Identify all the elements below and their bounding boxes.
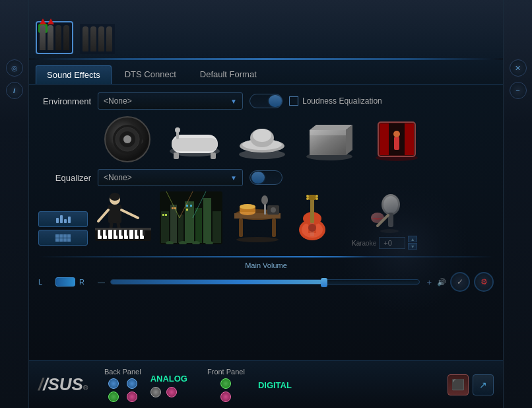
sidebar-info-btn[interactable]: i xyxy=(6,82,23,99)
svg-marker-22 xyxy=(310,125,352,130)
environment-dropdown[interactable]: <None> ▼ xyxy=(98,92,243,110)
eq-icon-piano-person[interactable] xyxy=(93,191,152,244)
svg-point-87 xyxy=(261,195,268,205)
guitar-bars-icon xyxy=(55,214,72,224)
pin-col-7 xyxy=(98,26,104,51)
svg-rect-81 xyxy=(239,219,243,237)
environment-row: Environment <None> ▼ Loudness Equalizati… xyxy=(38,92,494,110)
dropdown-arrow-icon: ▼ xyxy=(230,98,237,105)
environment-toggle[interactable] xyxy=(249,94,283,108)
settings-vol-btn[interactable]: ⚙ xyxy=(474,272,494,292)
connector-pin-7 xyxy=(98,26,104,51)
svg-rect-71 xyxy=(186,209,188,211)
eq-icon-concert[interactable] xyxy=(158,191,224,244)
analog-dots xyxy=(150,387,187,397)
eq-grid-btn[interactable] xyxy=(38,230,88,246)
front-panel-dot-green[interactable] xyxy=(220,378,231,389)
front-panel-dot-2 xyxy=(220,391,231,402)
svg-rect-21 xyxy=(310,130,346,135)
svg-rect-55 xyxy=(137,230,140,236)
bottom-bar: //SUS® Back Panel ANALOG xyxy=(29,360,503,408)
front-panel-dot-pink[interactable] xyxy=(220,391,231,402)
svg-rect-43 xyxy=(108,230,112,239)
svg-rect-96 xyxy=(308,195,316,200)
svg-rect-65 xyxy=(162,214,164,216)
svg-point-100 xyxy=(308,224,316,232)
environment-value: <None> xyxy=(104,96,132,106)
vinyl-svg xyxy=(111,123,144,156)
svg-rect-27 xyxy=(380,123,389,155)
env-icon-box[interactable] xyxy=(300,116,359,162)
env-icon-vinyl[interactable] xyxy=(98,116,157,162)
svg-point-101 xyxy=(306,195,309,197)
sidebar-minimize-btn[interactable]: − xyxy=(510,82,527,99)
svg-point-31 xyxy=(393,131,400,137)
logo-tm: ® xyxy=(83,384,88,391)
back-panel-section: Back Panel xyxy=(104,368,141,402)
guitar-svg xyxy=(292,193,345,243)
svg-rect-56 xyxy=(143,230,145,236)
toggle-thumb xyxy=(269,95,282,107)
tab-sound-effects[interactable]: Sound Effects xyxy=(36,65,112,84)
bathtub-svg xyxy=(168,118,221,161)
pin-col-6 xyxy=(90,26,96,51)
svg-point-103 xyxy=(306,197,309,200)
back-panel-dot-pink[interactable] xyxy=(127,391,137,402)
svg-rect-47 xyxy=(129,230,133,239)
svg-point-12 xyxy=(175,127,180,133)
svg-rect-8 xyxy=(172,138,218,151)
right-channel-label: R xyxy=(79,278,92,286)
connector-block-active[interactable]: ✓ xyxy=(36,21,73,54)
svg-point-33 xyxy=(110,193,120,201)
analog-dot-pink[interactable] xyxy=(166,387,177,397)
svg-rect-52 xyxy=(116,230,119,236)
svg-point-104 xyxy=(316,197,318,200)
sidebar-circle-btn-1[interactable]: ◎ xyxy=(6,59,23,77)
stage-svg xyxy=(231,193,284,243)
bottom-icon-btn-2[interactable]: ↗ xyxy=(473,374,494,395)
equalizer-dropdown[interactable]: <None> ▼ xyxy=(98,169,243,186)
env-icon-theater[interactable] xyxy=(367,116,426,162)
front-panel-label: Front Panel xyxy=(207,368,245,376)
eq-icon-stage[interactable] xyxy=(229,191,285,244)
slider-thumb[interactable] xyxy=(321,278,327,287)
svg-rect-82 xyxy=(272,219,276,237)
bottom-icon-1: ⬛ xyxy=(451,378,465,391)
top-header: ✓ xyxy=(29,0,503,58)
svg-rect-54 xyxy=(127,230,129,236)
analog-dot-gray-1[interactable] xyxy=(150,387,161,397)
grid-icon xyxy=(55,234,71,242)
pin-arrow-1 xyxy=(40,18,46,24)
eq-left-buttons xyxy=(38,191,88,246)
equalizer-toggle[interactable] xyxy=(249,170,283,185)
env-icon-bathtub[interactable] xyxy=(165,116,224,162)
svg-point-90 xyxy=(236,237,279,242)
tab-dts-connect[interactable]: DTS Connect xyxy=(114,65,187,84)
connector-pin-8 xyxy=(106,26,112,51)
pin-col-1 xyxy=(40,25,46,50)
svg-rect-67 xyxy=(172,207,174,209)
loudness-checkbox-label[interactable]: Loudness Equalization xyxy=(289,96,382,106)
svg-point-85 xyxy=(240,204,255,209)
tab-default-format[interactable]: Default Format xyxy=(189,65,267,84)
close-icon: ✕ xyxy=(515,64,521,73)
volume-level-indicator xyxy=(55,277,75,287)
svg-rect-70 xyxy=(190,205,192,207)
equalizer-value: <None> xyxy=(104,173,132,182)
connector-block-inactive[interactable] xyxy=(80,24,115,54)
concert-svg xyxy=(160,191,222,244)
main-volume-slider[interactable] xyxy=(110,279,420,285)
sidebar-close-btn[interactable]: ✕ xyxy=(510,59,527,77)
bottom-icon-btn-1[interactable]: ⬛ xyxy=(448,374,469,395)
back-panel-dot-green[interactable] xyxy=(108,391,119,402)
env-icon-saucer[interactable] xyxy=(232,116,292,162)
eq-guitar-btn[interactable] xyxy=(38,211,88,227)
back-panel-dot-blue-1[interactable] xyxy=(108,378,119,389)
svg-rect-58 xyxy=(161,211,169,243)
back-panel-dot-blue-2[interactable] xyxy=(127,378,137,389)
loudness-checkbox[interactable] xyxy=(289,96,298,106)
svg-rect-61 xyxy=(185,201,194,243)
environment-label: Environment xyxy=(38,96,91,106)
saucer-svg xyxy=(236,118,288,161)
eq-icon-guitar[interactable] xyxy=(290,191,347,244)
